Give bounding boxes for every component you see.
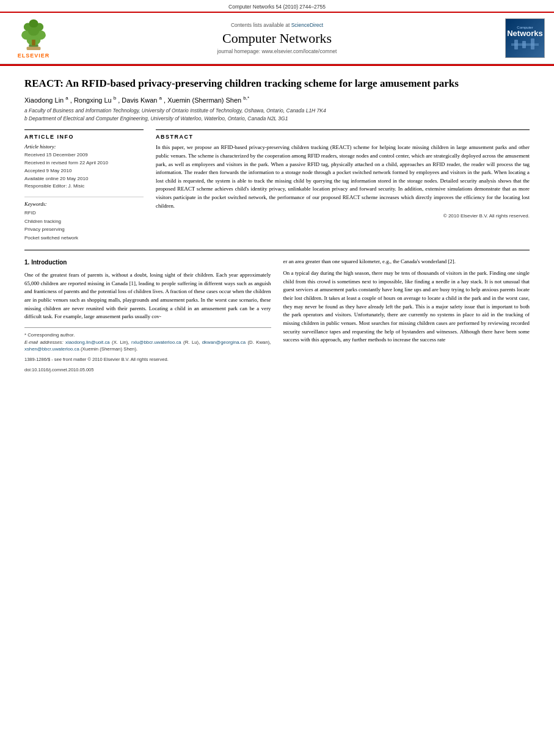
article-info-abstract: ARTICLE INFO Article history: Received 1… — [24, 129, 530, 242]
keyword-rfid: RFID — [24, 209, 144, 217]
email-kwan: dkwan@georgina.ca — [202, 340, 246, 345]
article-info-heading: ARTICLE INFO — [24, 134, 144, 140]
svg-rect-9 — [27, 46, 41, 50]
page: Computer Networks 54 (2010) 2744–2755 — [0, 0, 554, 756]
keyword-pocket: Pocket switched network — [24, 234, 144, 242]
sup-b1: b — [114, 95, 116, 101]
issn-line: 1389-1286/$ - see front matter © 2010 El… — [24, 356, 271, 363]
sciencedirect-line: Contents lists available at ScienceDirec… — [58, 22, 496, 28]
footnote-section: * Corresponding author. E-mail addresses… — [24, 327, 271, 373]
abstract-label: ABSTRACT — [156, 134, 530, 140]
author-comma1: , Rongxing Lu — [70, 96, 114, 104]
svg-rect-12 — [522, 41, 526, 48]
history-received: Received 15 December 2009 — [24, 151, 144, 159]
journal-title-area: Contents lists available at ScienceDirec… — [58, 22, 496, 54]
affiliations: a Faculty of Business and Information Te… — [24, 107, 530, 123]
article-history: Article history: Received 15 December 20… — [24, 144, 144, 191]
email-lin: xiaodong.lin@uoit.ca — [65, 340, 110, 345]
sup-b2: b,* — [243, 95, 249, 101]
author-comma2: , Davis Kwan — [118, 96, 159, 104]
body-right-col: er an area greater than one squared kilo… — [283, 258, 530, 374]
intro-section-title: 1. Introduction — [24, 258, 271, 267]
elsevier-tree-icon — [15, 18, 52, 51]
keywords-title: Keywords: — [24, 201, 144, 207]
body-left-col: 1. Introduction One of the greatest fear… — [24, 258, 271, 374]
email-lu: rxlu@bbcr.uwaterloo.ca — [131, 340, 181, 345]
affiliation-a: a Faculty of Business and Information Te… — [24, 107, 530, 115]
keywords-section: Keywords: RFID Children tracking Privacy… — [24, 197, 144, 242]
journal-header: ELSEVIER Contents lists available at Sci… — [0, 12, 554, 64]
intro-right-text-2: On a typical day during the high season,… — [283, 269, 530, 344]
elsevier-logo: ELSEVIER — [9, 18, 58, 59]
history-title: Article history: — [24, 144, 144, 150]
history-accepted: Accepted 9 May 2010 — [24, 167, 144, 175]
section-divider — [24, 250, 530, 250]
journal-citation: Computer Networks 54 (2010) 2744–2755 — [0, 0, 554, 12]
cn-logo-graphic — [511, 38, 539, 51]
email-shen: xshen@bbcr.uwaterloo.ca — [24, 346, 79, 352]
sup-a1: a — [65, 95, 68, 101]
doi-line: doi:10.1016/j.comnet.2010.05.005 — [24, 366, 271, 374]
author-xiaodong: Xiaodong Lin — [24, 96, 65, 104]
elsevier-wordmark: ELSEVIER — [18, 53, 50, 59]
section-number: 1. — [24, 259, 29, 266]
history-available: Available online 20 May 2010 — [24, 175, 144, 183]
email-shen-name: (Xuemin (Sherman) Shen). — [81, 346, 137, 352]
abstract-text: In this paper, we propose an RFID-based … — [156, 144, 530, 210]
keyword-privacy: Privacy preserving — [24, 225, 144, 234]
keyword-children: Children tracking — [24, 217, 144, 226]
authors-line: Xiaodong Lin a , Rongxing Lu b , Davis K… — [24, 95, 530, 104]
intro-left-text: One of the greatest fears of parents is,… — [24, 271, 271, 321]
section-title-text: Introduction — [31, 259, 67, 266]
citation-text: Computer Networks 54 (2010) 2744–2755 — [228, 4, 326, 10]
article-info-col: ARTICLE INFO Article history: Received 1… — [24, 129, 144, 242]
svg-rect-11 — [514, 40, 518, 49]
article-title: REACT: An RFID-based privacy-preserving … — [24, 77, 530, 90]
body-two-col: 1. Introduction One of the greatest fear… — [24, 258, 530, 374]
history-revised: Received in revised form 22 April 2010 — [24, 159, 144, 167]
svg-point-7 — [29, 20, 38, 27]
abstract-col: ABSTRACT In this paper, we propose an RF… — [156, 129, 530, 242]
author-comma3: , Xuemin (Sherman) Shen — [164, 96, 243, 104]
sup-a2: a — [159, 95, 162, 101]
sciencedirect-link[interactable]: ScienceDirect — [291, 22, 323, 28]
footnote-email: E-mail addresses: xiaodong.lin@uoit.ca (… — [24, 339, 271, 353]
journal-homepage: journal homepage: www.elsevier.com/locat… — [58, 48, 496, 54]
main-content: REACT: An RFID-based privacy-preserving … — [0, 66, 554, 382]
affiliation-b: b Department of Electrical and Computer … — [24, 115, 530, 123]
journal-main-title: Computer Networks — [58, 31, 496, 46]
footnote-star: * Corresponding author. — [24, 332, 271, 339]
journal-logo-right: Computer Networks — [496, 18, 545, 58]
svg-rect-13 — [531, 38, 534, 49]
cn-logo-middle: Networks — [507, 29, 543, 38]
copyright-line: © 2010 Elsevier B.V. All rights reserved… — [156, 213, 530, 219]
svg-rect-8 — [32, 40, 35, 45]
history-editor: Responsible Editor: J. Misic — [24, 183, 144, 191]
intro-right-text-1: er an area greater than one squared kilo… — [283, 258, 530, 266]
contents-text: Contents lists available at — [231, 22, 290, 28]
email-kwan-name: (D. Kwan), — [247, 340, 271, 345]
email-lu-name: (R. Lu), — [183, 340, 200, 345]
cn-logo-box: Computer Networks — [505, 18, 545, 58]
